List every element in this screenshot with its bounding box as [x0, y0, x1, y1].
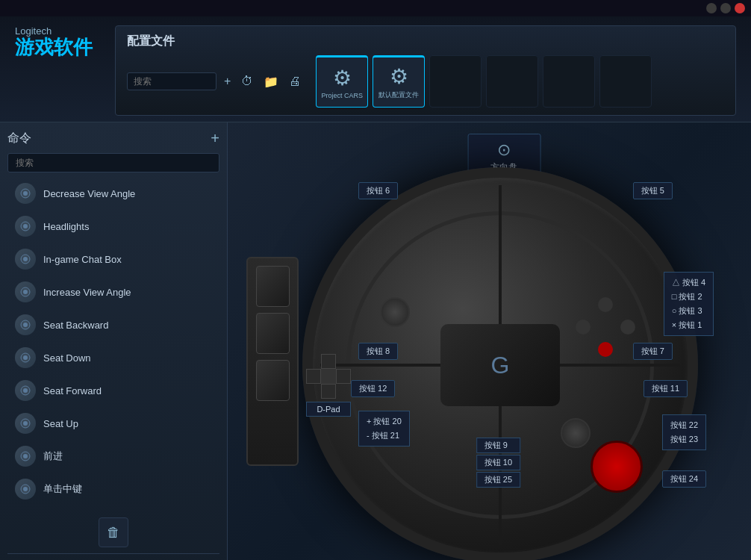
- btn2-label[interactable]: □ 按钮 2: [672, 290, 705, 304]
- dpad-visual: [306, 354, 351, 399]
- list-item[interactable]: Seat Down: [7, 341, 219, 374]
- svg-point-7: [23, 290, 28, 294]
- btn5-label[interactable]: 按钮 5: [633, 182, 673, 199]
- list-item[interactable]: Seat Forward: [7, 374, 219, 407]
- logo-section: Logitech 游戏软件: [15, 25, 93, 58]
- profile-search-input[interactable]: [127, 72, 216, 90]
- profile-icon-empty-1: [429, 55, 482, 108]
- command-label: Seat Up: [43, 418, 78, 429]
- profile-folder-btn[interactable]: 📁: [261, 73, 281, 90]
- command-icon: [15, 314, 36, 335]
- dpad-down: [321, 384, 336, 399]
- commands-add-btn[interactable]: +: [211, 130, 219, 147]
- btn8-label[interactable]: 按钮 8: [358, 343, 398, 360]
- title-bar: [0, 0, 751, 16]
- command-icon: [15, 183, 36, 204]
- profile-icon-empty-3: [543, 55, 595, 108]
- btn25-label[interactable]: 按钮 25: [476, 472, 520, 488]
- btn1-label[interactable]: × 按钮 1: [672, 318, 705, 332]
- command-icon: [15, 479, 36, 500]
- commands-list: Decrease View Angle Headlights In-game C…: [7, 177, 219, 505]
- btn24-label[interactable]: 按钮 24: [662, 470, 706, 488]
- command-label: 单击中键: [43, 482, 82, 496]
- command-label: 前进: [43, 449, 63, 463]
- minimize-btn[interactable]: [706, 3, 717, 13]
- profile-add-btn[interactable]: +: [221, 73, 234, 90]
- delete-area: 🗑: [7, 511, 219, 553]
- btn6-label[interactable]: 按钮 6: [358, 182, 398, 199]
- list-item[interactable]: Headlights: [7, 210, 219, 243]
- delete-btn[interactable]: 🗑: [99, 517, 128, 547]
- list-item[interactable]: 单击中键: [7, 473, 219, 505]
- gear-icon-2: ⚙: [390, 64, 408, 89]
- list-item[interactable]: In-game Chat Box: [7, 243, 219, 276]
- profile-title: 配置文件: [127, 34, 724, 49]
- svg-point-5: [23, 257, 28, 261]
- dpad-up: [321, 354, 336, 369]
- command-label: In-game Chat Box: [43, 254, 122, 265]
- dpad-center: [321, 369, 336, 384]
- pedal-assembly: [246, 257, 299, 466]
- btn-cross: [598, 342, 613, 357]
- dpad-area: D-Pad: [306, 354, 351, 417]
- list-item[interactable]: Increase View Angle: [7, 276, 219, 308]
- btn-circle: [620, 320, 635, 335]
- svg-point-13: [23, 388, 28, 393]
- btn-triangle: [598, 297, 613, 312]
- command-icon: [15, 347, 36, 368]
- btn4-label[interactable]: △ 按钮 4: [672, 276, 705, 290]
- left-panel: 命令 + Decrease View Angle Headl: [0, 122, 228, 560]
- face-buttons-area: [576, 297, 635, 357]
- joystick-right: [561, 418, 590, 448]
- wheel-hub-icon: ⊙: [490, 140, 517, 160]
- right-button-cluster: △ 按钮 4 □ 按钮 2 ○ 按钮 3 × 按钮 1: [664, 272, 714, 336]
- btn23-label[interactable]: 按钮 23: [670, 432, 698, 447]
- bottom-center-btns: 按钮 9 按钮 10 按钮 25: [476, 438, 520, 488]
- list-item[interactable]: 前进: [7, 440, 219, 473]
- pedal-1: [256, 266, 290, 307]
- app-wrapper: Logitech 游戏软件 配置文件 + ⏱ 📁 🖨 ⚙ Project CAR…: [0, 16, 751, 560]
- profile-clock-btn[interactable]: ⏱: [238, 73, 256, 90]
- btn21-label[interactable]: - 按钮 21: [367, 429, 402, 443]
- commands-search-input[interactable]: [7, 153, 219, 172]
- btn10-label[interactable]: 按钮 10: [476, 455, 520, 470]
- maximize-btn[interactable]: [720, 3, 731, 13]
- btn20-label[interactable]: + 按钮 20: [367, 414, 402, 429]
- command-icon: [15, 249, 36, 270]
- pedal-2: [256, 313, 290, 354]
- commands-title: 命令: [7, 131, 31, 146]
- list-item[interactable]: Decrease View Angle: [7, 177, 219, 210]
- list-item[interactable]: Seat Up: [7, 407, 219, 440]
- btn22-label[interactable]: 按钮 22: [670, 418, 698, 432]
- btn11-label[interactable]: 按钮 11: [644, 380, 688, 397]
- command-icon: [15, 380, 36, 401]
- profile-icon-empty-4: [599, 55, 652, 108]
- btn3-label[interactable]: ○ 按钮 3: [672, 304, 705, 318]
- profile-icon-label-1: Project CARS: [322, 92, 364, 99]
- command-icon: [15, 413, 36, 434]
- close-btn[interactable]: [735, 3, 745, 13]
- svg-point-1: [23, 191, 28, 196]
- btn7-label[interactable]: 按钮 7: [633, 343, 673, 360]
- btn9-label[interactable]: 按钮 9: [476, 438, 520, 453]
- profile-toolbar: + ⏱ 📁 🖨: [221, 73, 304, 90]
- wheel-center: G: [440, 324, 560, 406]
- profile-print-btn[interactable]: 🖨: [286, 73, 304, 90]
- profile-icon-2[interactable]: ⚙ 默认配置文件: [373, 55, 425, 108]
- command-label: Seat Backward: [43, 320, 108, 331]
- dpad-label: D-Pad: [306, 402, 351, 417]
- commands-header: 命令 +: [7, 130, 219, 147]
- gear-icon-1: ⚙: [333, 66, 352, 90]
- logo-brand: Logitech: [15, 25, 93, 37]
- body-section: 命令 + Decrease View Angle Headl: [0, 122, 751, 560]
- command-label: Increase View Angle: [43, 287, 131, 298]
- command-label: Seat Down: [43, 352, 91, 364]
- profile-icon-1[interactable]: ⚙ Project CARS: [316, 55, 368, 108]
- btn12-label[interactable]: 按钮 12: [351, 380, 395, 397]
- list-item[interactable]: Seat Backward: [7, 308, 219, 341]
- svg-point-15: [23, 421, 28, 426]
- bottom-left-btns: + 按钮 20 - 按钮 21: [358, 411, 410, 447]
- pedal-3: [256, 360, 290, 401]
- profile-icon-empty-2: [486, 55, 538, 108]
- dpad-right: [336, 369, 351, 384]
